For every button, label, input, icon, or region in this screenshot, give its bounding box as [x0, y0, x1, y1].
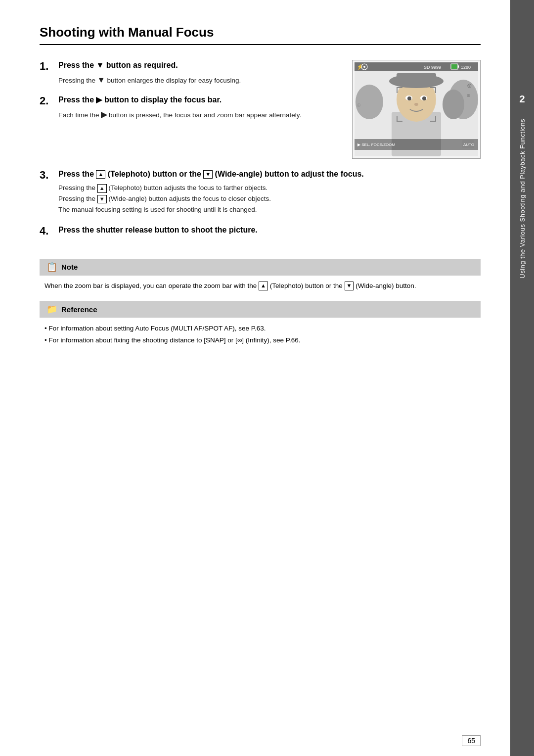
step-4-number: 4. [40, 225, 53, 238]
note-wide-symbol: ▼ [345, 282, 354, 290]
svg-point-3 [443, 90, 464, 119]
svg-point-12 [422, 96, 426, 100]
step-3-tele-symbol: ▲ [96, 170, 105, 179]
step-3-body-tele: ▲ [97, 184, 107, 192]
page-number: 65 [462, 735, 481, 746]
reference-item-2: For information about fixing the shootin… [44, 334, 476, 346]
reference-section: 📁 Reference For information about settin… [40, 301, 481, 347]
step-1-down-arrow: ▼ [96, 61, 104, 69]
step-2-body-arrow: ▶ [101, 110, 107, 119]
page-title: Shooting with Manual Focus [40, 25, 481, 45]
svg-rect-8 [397, 73, 436, 84]
step-2: 2. Press the ▶ button to display the foc… [40, 94, 337, 121]
svg-rect-19 [397, 121, 402, 122]
reference-body: For information about setting Auto Focus… [40, 323, 481, 347]
camera-image: SD 9999 1280 ⚡ ◎ 8 ▶ [352, 60, 481, 159]
step-2-body: Each time the ▶ button is pressed, the f… [58, 108, 337, 121]
note-section: 📋 Note When the zoom bar is displayed, y… [40, 259, 481, 291]
step-3-content: Press the ▲ (Telephoto) button or the ▼ … [58, 169, 481, 215]
step-2-right-arrow: ▶ [96, 95, 102, 104]
svg-rect-26 [451, 64, 457, 69]
svg-rect-17 [435, 87, 436, 93]
step-1-number: 1. [40, 60, 53, 87]
step-4: 4. Press the shutter release button to s… [40, 225, 481, 238]
svg-text:AUTO: AUTO [463, 142, 474, 147]
svg-text:1280: 1280 [461, 65, 471, 70]
note-tele-symbol: ▲ [259, 282, 268, 290]
note-header: 📋 Note [40, 259, 481, 276]
svg-rect-15 [397, 87, 398, 93]
tab-number-badge: 2 [512, 89, 532, 109]
camera-svg: SD 9999 1280 ⚡ ◎ 8 ▶ [352, 60, 481, 159]
svg-rect-25 [458, 65, 459, 68]
step-1: 1. Press the ▼ button as required. Press… [40, 60, 337, 87]
tab-label: Using the Various Shooting and Playback … [519, 119, 526, 279]
step-3-wide-symbol: ▼ [203, 170, 213, 179]
step-3-heading: Press the ▲ (Telephoto) button or the ▼ … [58, 169, 481, 180]
page-container: Shooting with Manual Focus 1. Press the … [0, 0, 534, 756]
svg-text:▶ SEL. FOCS/ZOOM: ▶ SEL. FOCS/ZOOM [357, 142, 396, 147]
step-3-number: 3. [40, 169, 53, 215]
step-4-heading: Press the shutter release button to shoo… [58, 225, 481, 236]
svg-text:⊕: ⊕ [356, 102, 361, 108]
section-with-image: 1. Press the ▼ button as required. Press… [40, 60, 481, 159]
note-label: Note [61, 263, 78, 271]
note-icon: 📋 [46, 262, 57, 273]
step-3-body-wide: ▼ [97, 195, 107, 203]
svg-rect-21 [430, 121, 436, 122]
svg-point-30 [363, 66, 365, 68]
svg-rect-22 [355, 62, 478, 71]
step-4-content: Press the shutter release button to shoo… [58, 225, 481, 238]
reference-label: Reference [61, 305, 97, 314]
reference-item-1: For information about setting Auto Focus… [44, 323, 476, 334]
svg-text:◎: ◎ [467, 83, 472, 88]
step-1-content: Press the ▼ button as required. Pressing… [58, 60, 337, 87]
reference-list: For information about setting Auto Focus… [44, 323, 476, 347]
step-2-number: 2. [40, 94, 53, 121]
main-content: Shooting with Manual Focus 1. Press the … [0, 0, 510, 756]
note-body: When the zoom bar is displayed, you can … [40, 281, 481, 291]
step-1-heading: Press the ▼ button as required. [58, 60, 337, 71]
svg-point-13 [414, 103, 418, 106]
step-3: 3. Press the ▲ (Telephoto) button or the… [40, 169, 481, 215]
step-2-content: Press the ▶ button to display the focus … [58, 94, 337, 121]
svg-point-11 [407, 96, 411, 100]
reference-icon: 📁 [46, 304, 57, 315]
reference-header: 📁 Reference [40, 301, 481, 318]
step-2-heading: Press the ▶ button to display the focus … [58, 94, 337, 105]
step-1-body: Pressing the ▼ button enlarges the displ… [58, 74, 337, 87]
step-1-body-arrow: ▼ [97, 76, 105, 84]
step-3-body: Pressing the ▲ (Telephoto) button adjust… [58, 183, 481, 215]
right-sidebar-tab: 2 Using the Various Shooting and Playbac… [510, 0, 534, 756]
steps-left: 1. Press the ▼ button as required. Press… [40, 60, 337, 159]
svg-text:8: 8 [467, 93, 470, 98]
svg-text:SD 9999: SD 9999 [424, 65, 441, 70]
